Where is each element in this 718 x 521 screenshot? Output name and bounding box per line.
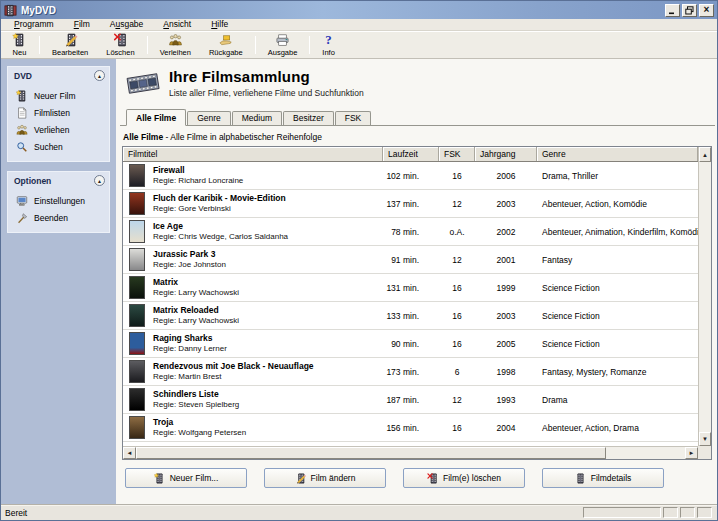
scroll-up-button[interactable]: ▲ — [699, 147, 711, 162]
table-row[interactable]: Ice Age Regie: Chris Wedge, Carlos Salda… — [123, 218, 698, 246]
collapse-panel-button[interactable]: ▲ — [94, 70, 105, 81]
toolbar-info-button[interactable]: ? Info — [313, 33, 344, 57]
tab-medium[interactable]: Medium — [232, 111, 282, 125]
film-fsk: 16 — [439, 339, 475, 349]
film-edit-icon — [295, 473, 306, 484]
cover-thumbnail — [129, 248, 145, 271]
film-director: Regie: Danny Lerner — [153, 344, 227, 354]
column-header-filmtitel[interactable]: Filmtitel — [123, 147, 383, 161]
film-genre: Science Fiction — [537, 339, 698, 349]
film-year: 2005 — [475, 339, 537, 349]
neuer-film-button[interactable]: Neuer Film... — [125, 468, 247, 488]
menu-ausgabe[interactable]: Ausgabe — [101, 19, 153, 30]
scroll-left-button[interactable]: ◄ — [123, 447, 136, 459]
menu-film[interactable]: Film — [65, 19, 99, 30]
film-title: Schindlers Liste — [153, 389, 239, 400]
film-fsk: 16 — [439, 283, 475, 293]
film-year: 2002 — [475, 227, 537, 237]
film-new-icon — [12, 33, 27, 47]
column-header-jahrgang[interactable]: Jahrgang — [475, 147, 537, 161]
menu-programm[interactable]: Programm — [5, 19, 63, 30]
search-icon — [16, 141, 28, 153]
content-area: Ihre Filmsammlung Liste aller Filme, ver… — [116, 59, 717, 505]
menu-ansicht[interactable]: Ansicht — [154, 19, 200, 30]
table-row[interactable]: Schindlers Liste Regie: Steven Spielberg… — [123, 386, 698, 414]
film-delete-icon — [427, 473, 438, 484]
restore-icon — [685, 6, 694, 15]
printer-icon — [275, 33, 290, 47]
toolbar-rueckgabe-button[interactable]: Rückgabe — [200, 33, 252, 57]
table-row[interactable]: Troja Regie: Wolfgang Petersen 156 min. … — [123, 414, 698, 442]
horizontal-scroll-thumb[interactable] — [136, 447, 606, 459]
column-header-laufzeit[interactable]: Laufzeit — [383, 147, 439, 161]
table-row[interactable]: Fluch der Karibik - Movie-Edition Regie:… — [123, 190, 698, 218]
sidebar-item-einstellungen[interactable]: Einstellungen — [8, 192, 109, 209]
table-row[interactable]: Rendezvous mit Joe Black - Neuauflage Re… — [123, 358, 698, 386]
page-subtitle: Liste aller Filme, verliehene Filme und … — [169, 88, 364, 98]
tab-besitzer[interactable]: Besitzer — [283, 111, 334, 125]
film-new-icon — [154, 473, 165, 484]
title-bar[interactable]: MyDVD × — [1, 1, 717, 19]
toolbar-loeschen-button[interactable]: Löschen — [97, 33, 143, 57]
toolbar-separator — [309, 36, 310, 54]
minimize-button[interactable] — [665, 4, 680, 17]
status-bar: Bereit — [1, 504, 717, 520]
film-runtime: 187 min. — [383, 395, 439, 405]
sidebar-item-suchen[interactable]: Suchen — [8, 138, 109, 155]
film-year: 2004 — [475, 423, 537, 433]
film-fsk: 6 — [439, 367, 475, 377]
film-fsk: 12 — [439, 199, 475, 209]
film-title: Matrix Reloaded — [153, 305, 239, 316]
menu-hilfe[interactable]: Hilfe — [202, 19, 237, 30]
film-runtime: 156 min. — [383, 423, 439, 433]
tab-bar: Alle Filme Genre Medium Besitzer FSK — [120, 109, 715, 126]
tab-fsk[interactable]: FSK — [335, 111, 372, 125]
table-row[interactable]: Firewall Regie: Richard Loncraine 102 mi… — [123, 162, 698, 190]
minimize-icon — [668, 6, 677, 15]
film-fsk: 16 — [439, 311, 475, 321]
toolbar-ausgabe-button[interactable]: Ausgabe — [259, 33, 307, 57]
filmdetails-button[interactable]: Filmdetails — [542, 468, 664, 488]
tab-alle-filme[interactable]: Alle Filme — [126, 109, 186, 126]
scroll-right-button[interactable]: ► — [685, 447, 698, 459]
film-year: 2006 — [475, 171, 537, 181]
film-fsk: 12 — [439, 255, 475, 265]
toolbar-separator — [255, 36, 256, 54]
table-row[interactable]: Matrix Reloaded Regie: Larry Wachowski 1… — [123, 302, 698, 330]
table-row[interactable]: Raging Sharks Regie: Danny Lerner 90 min… — [123, 330, 698, 358]
table-row[interactable]: Matrix Regie: Larry Wachowski 131 min. 1… — [123, 274, 698, 302]
film-genre: Abenteuer, Action, Drama — [537, 423, 698, 433]
table-row[interactable]: Jurassic Park 3 Regie: Joe Johnston 91 m… — [123, 246, 698, 274]
film-director: Regie: Larry Wachowski — [153, 316, 239, 326]
film-runtime: 173 min. — [383, 367, 439, 377]
film-title: Fluch der Karibik - Movie-Edition — [153, 193, 286, 204]
horizontal-scrollbar[interactable]: ◄ ► — [123, 446, 698, 459]
cover-thumbnail — [129, 332, 145, 355]
table-header: Filmtitel Laufzeit FSK Jahrgang Genre — [123, 147, 698, 162]
close-button[interactable]: × — [699, 4, 714, 17]
film-year: 2001 — [475, 255, 537, 265]
film-year: 1993 — [475, 395, 537, 405]
sidebar-item-filmlisten[interactable]: Filmlisten — [8, 104, 109, 121]
toolbar-neu-button[interactable]: Neu — [3, 33, 36, 57]
sidebar-item-verliehen[interactable]: Verliehen — [8, 121, 109, 138]
sidebar-item-beenden[interactable]: Beenden — [8, 209, 109, 226]
column-header-fsk[interactable]: FSK — [439, 147, 475, 161]
sidebar-item-neuer-film[interactable]: Neuer Film — [8, 87, 109, 104]
restore-button[interactable] — [682, 4, 697, 17]
people-icon — [168, 33, 183, 47]
vertical-scrollbar[interactable]: ▲ ▼ — [698, 147, 711, 446]
return-icon — [218, 33, 233, 47]
tab-genre[interactable]: Genre — [187, 111, 231, 125]
toolbar-bearbeiten-button[interactable]: Bearbeiten — [43, 33, 97, 57]
film-loeschen-button[interactable]: Film(e) löschen — [403, 468, 525, 488]
info-icon: ? — [325, 33, 332, 47]
scroll-down-button[interactable]: ▼ — [699, 432, 711, 446]
film-genre: Science Fiction — [537, 311, 698, 321]
column-header-genre[interactable]: Genre — [537, 147, 698, 161]
collapse-panel-button[interactable]: ▲ — [94, 175, 105, 186]
toolbar-verleihen-button[interactable]: Verleihen — [151, 33, 200, 57]
film-runtime: 137 min. — [383, 199, 439, 209]
film-aendern-button[interactable]: Film ändern — [264, 468, 386, 488]
cover-thumbnail — [129, 416, 145, 439]
